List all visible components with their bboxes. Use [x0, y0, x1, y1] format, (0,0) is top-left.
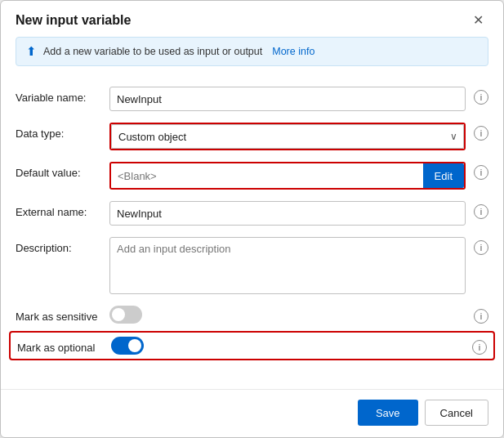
more-info-link[interactable]: More info	[272, 46, 314, 57]
data-type-info-icon[interactable]: i	[474, 126, 488, 141]
mark-sensitive-wrap	[109, 306, 466, 324]
variable-name-info-icon[interactable]: i	[474, 90, 488, 105]
variable-name-row: Variable name: i	[16, 81, 488, 117]
description-info-icon[interactable]: i	[474, 240, 488, 255]
banner-text: Add a new variable to be used as input o…	[43, 46, 262, 57]
description-row: Description: i	[16, 231, 488, 300]
default-value-field-wrap: Edit	[109, 162, 466, 190]
mark-optional-wrap	[111, 337, 464, 355]
mark-sensitive-row: Mark as sensitive i	[16, 300, 488, 329]
external-name-info-icon[interactable]: i	[474, 204, 488, 219]
mark-sensitive-info-icon[interactable]: i	[474, 309, 488, 324]
dialog-footer: Save Cancel	[1, 389, 503, 437]
mark-sensitive-label: Mark as sensitive	[16, 306, 101, 323]
variable-name-label: Variable name:	[16, 87, 101, 104]
data-type-label: Data type:	[16, 123, 101, 140]
data-type-select-wrap: Text Number Boolean Custom object Date L…	[109, 123, 466, 150]
cancel-button[interactable]: Cancel	[425, 400, 488, 426]
external-name-label: External name:	[16, 201, 101, 218]
mark-sensitive-toggle-wrap	[109, 306, 142, 324]
mark-optional-row: Mark as optional i	[9, 331, 495, 360]
save-button[interactable]: Save	[358, 400, 418, 426]
mark-optional-info-icon[interactable]: i	[472, 340, 487, 355]
default-value-input[interactable]	[111, 163, 418, 188]
mark-optional-toggle[interactable]	[111, 337, 144, 355]
variable-name-input[interactable]	[109, 87, 466, 111]
mark-sensitive-slider	[109, 306, 142, 324]
description-wrap	[109, 237, 466, 294]
external-name-wrap	[109, 201, 466, 226]
dialog-header: New input variable ✕	[1, 1, 503, 37]
new-input-variable-dialog: New input variable ✕ ⬆ Add a new variabl…	[0, 0, 504, 438]
mark-sensitive-toggle[interactable]	[109, 306, 142, 324]
mark-optional-label: Mark as optional	[17, 337, 103, 354]
data-type-row: Data type: Text Number Boolean Custom ob…	[16, 117, 488, 156]
default-value-wrap: Edit	[109, 162, 466, 190]
external-name-row: External name: i	[16, 195, 488, 231]
data-type-select[interactable]: Text Number Boolean Custom object Date L…	[111, 124, 464, 149]
description-label: Description:	[16, 237, 101, 254]
form-body: Variable name: i Data type: Text Number …	[1, 76, 503, 389]
close-button[interactable]: ✕	[468, 12, 488, 29]
default-value-row: Default value: Edit i	[16, 156, 488, 195]
default-value-info-icon[interactable]: i	[474, 165, 488, 180]
data-type-wrap: Text Number Boolean Custom object Date L…	[109, 123, 466, 150]
info-banner: ⬆ Add a new variable to be used as input…	[16, 37, 488, 66]
upload-icon: ⬆	[26, 44, 37, 59]
default-value-label: Default value:	[16, 162, 101, 179]
mark-optional-toggle-wrap	[111, 337, 144, 355]
mark-optional-slider	[111, 337, 144, 355]
edit-button[interactable]: Edit	[423, 163, 464, 188]
external-name-input[interactable]	[109, 201, 466, 226]
variable-name-wrap	[109, 87, 466, 111]
dialog-title: New input variable	[16, 13, 131, 28]
description-textarea[interactable]	[109, 237, 466, 294]
